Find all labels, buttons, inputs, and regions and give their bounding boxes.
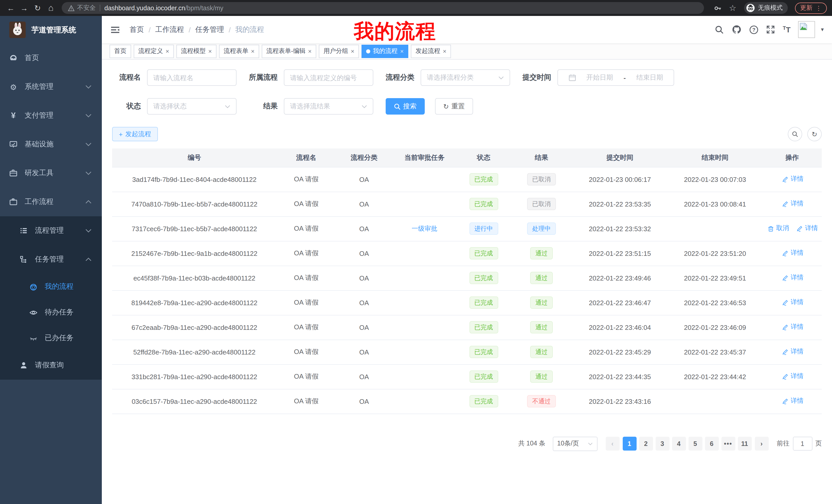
- close-icon[interactable]: ×: [351, 48, 354, 55]
- sidebar-item-leave-query[interactable]: 请假查询: [0, 351, 102, 380]
- hamburger-icon[interactable]: [110, 24, 120, 35]
- tab-process-model[interactable]: 流程模型×: [176, 45, 216, 58]
- incognito-label: 无痕模式: [758, 4, 783, 12]
- update-button[interactable]: 更新 ⋮: [795, 2, 827, 13]
- sidebar-item-my-process[interactable]: 我的流程: [0, 274, 102, 300]
- sidebar-item-task-management[interactable]: 任务管理: [0, 245, 102, 274]
- tab-process-form-edit[interactable]: 流程表单-编辑×: [262, 45, 316, 58]
- detail-link[interactable]: 详情: [781, 175, 803, 184]
- process-name-input[interactable]: [147, 69, 237, 86]
- sidebar-item-label: 支付管理: [25, 111, 53, 120]
- reset-button[interactable]: ↻ 重置: [435, 98, 473, 115]
- page-button-2[interactable]: 2: [639, 437, 653, 451]
- tab-home[interactable]: 首页: [109, 45, 131, 58]
- prev-page-button[interactable]: ‹: [605, 437, 619, 451]
- sidebar-item-system-management[interactable]: ⚙系统管理: [0, 73, 102, 101]
- forward-icon[interactable]: →: [19, 2, 30, 13]
- key-icon[interactable]: [713, 4, 722, 12]
- category-select[interactable]: 请选择流程分类: [421, 69, 510, 86]
- github-icon[interactable]: [732, 25, 742, 34]
- fullscreen-icon[interactable]: [766, 25, 775, 34]
- search-icon[interactable]: [715, 25, 724, 34]
- home-icon[interactable]: ⌂: [45, 2, 57, 13]
- status-select[interactable]: 请选择状态: [147, 98, 237, 115]
- filter-process-def: 所属流程: [249, 69, 373, 86]
- detail-link[interactable]: 详情: [781, 323, 803, 332]
- reload-icon[interactable]: ↻: [32, 2, 43, 13]
- close-icon[interactable]: ×: [208, 48, 212, 55]
- page-button-11[interactable]: 11: [738, 437, 752, 451]
- close-icon[interactable]: ×: [165, 48, 169, 55]
- close-icon[interactable]: ×: [251, 48, 255, 55]
- task-link[interactable]: 一级审批: [412, 224, 437, 233]
- cell-current-task: [392, 167, 457, 192]
- detail-link[interactable]: 详情: [795, 224, 818, 233]
- sidebar-item-label: 工作流程: [25, 197, 53, 206]
- detail-link[interactable]: 详情: [781, 298, 803, 307]
- result-select[interactable]: 请选择流结果: [284, 98, 373, 115]
- date-start-placeholder[interactable]: 开始日期: [586, 73, 613, 82]
- cancel-link[interactable]: 取消: [766, 224, 789, 233]
- sidebar-item-payment-management[interactable]: ¥支付管理: [0, 101, 102, 130]
- page-button-6[interactable]: 6: [705, 437, 719, 451]
- detail-link[interactable]: 详情: [781, 249, 803, 258]
- detail-link[interactable]: 详情: [781, 347, 803, 356]
- font-size-icon[interactable]: TT: [783, 25, 790, 34]
- search-button[interactable]: 搜索: [386, 98, 425, 115]
- back-icon[interactable]: ←: [5, 2, 17, 13]
- page-size-select[interactable]: 10条/页: [552, 437, 597, 451]
- sidebar-item-process-management[interactable]: 流程管理: [0, 216, 102, 245]
- sidebar-item-dev-tools[interactable]: 研发工具: [0, 159, 102, 188]
- cell-submit-time: 2022-01-23 00:06:17: [572, 167, 668, 192]
- breadcrumb-item[interactable]: 任务管理: [196, 25, 224, 34]
- close-icon[interactable]: ×: [400, 48, 404, 55]
- url-host: dashboard.yudao.iocoder.cn: [104, 4, 185, 11]
- sidebar-item-done-tasks[interactable]: 已办任务: [0, 325, 102, 351]
- detail-link[interactable]: 详情: [781, 397, 803, 405]
- detail-link[interactable]: 详情: [781, 372, 803, 381]
- action-label: 详情: [790, 347, 803, 356]
- breadcrumb-separator: /: [189, 25, 191, 34]
- detail-link[interactable]: 详情: [781, 200, 803, 208]
- detail-link[interactable]: 详情: [781, 274, 803, 282]
- browser-menu-icon[interactable]: ⋮: [815, 4, 822, 11]
- page-button-4[interactable]: 4: [672, 437, 686, 451]
- chevron-down-icon: [85, 229, 92, 233]
- hide-search-button[interactable]: [788, 127, 802, 141]
- sidebar-item-todo-tasks[interactable]: 待办任务: [0, 300, 102, 325]
- jump-page-input[interactable]: [793, 437, 812, 451]
- security-chip[interactable]: 不安全: [68, 4, 96, 12]
- cell-current-task: [392, 241, 457, 265]
- chevron-down-icon: [588, 442, 593, 445]
- sidebar-item-home[interactable]: 首页: [0, 44, 102, 73]
- avatar[interactable]: [798, 21, 815, 38]
- tab-process-definition[interactable]: 流程定义×: [134, 45, 174, 58]
- tab-user-group[interactable]: 用户分组×: [319, 45, 359, 58]
- page-button-5[interactable]: 5: [688, 437, 702, 451]
- close-icon[interactable]: ×: [443, 48, 446, 55]
- help-icon[interactable]: ?: [749, 25, 758, 34]
- avatar-caret-icon[interactable]: ▾: [821, 26, 824, 33]
- tab-my-process[interactable]: 我的流程×: [362, 45, 408, 58]
- close-icon[interactable]: ×: [308, 48, 312, 55]
- page-button-3[interactable]: 3: [655, 437, 669, 451]
- more-pages-button[interactable]: •••: [721, 437, 735, 451]
- process-def-input[interactable]: [284, 69, 373, 86]
- page-button-1[interactable]: 1: [622, 437, 636, 451]
- date-end-placeholder[interactable]: 结束日期: [636, 73, 663, 82]
- cell-id: 67c2eaab-7b9a-11ec-a290-acde48001122: [112, 315, 277, 340]
- cell-actions: 详情: [762, 340, 822, 364]
- address-bar[interactable]: 不安全 dashboard.yudao.iocoder.cn/bpm/task/…: [62, 2, 704, 14]
- tab-process-form[interactable]: 流程表单×: [219, 45, 259, 58]
- breadcrumb-item[interactable]: 首页: [130, 25, 144, 34]
- breadcrumb-item[interactable]: 工作流程: [155, 25, 184, 34]
- tab-start-process[interactable]: 发起流程×: [411, 45, 451, 58]
- next-page-button[interactable]: ›: [755, 437, 769, 451]
- create-process-button[interactable]: + 发起流程: [112, 127, 158, 141]
- refresh-table-button[interactable]: ↻: [807, 127, 822, 141]
- sidebar-item-workflow[interactable]: 工作流程: [0, 188, 102, 216]
- bookmark-star-icon[interactable]: ☆: [729, 3, 736, 13]
- edit-icon: [781, 397, 789, 405]
- date-range-picker[interactable]: 开始日期 - 结束日期: [557, 69, 674, 86]
- sidebar-item-infrastructure[interactable]: 基础设施: [0, 130, 102, 159]
